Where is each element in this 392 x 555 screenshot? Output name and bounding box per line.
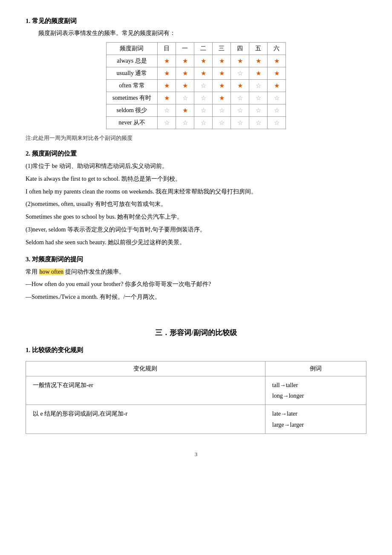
star-cell-1-2: ★ bbox=[194, 67, 213, 80]
s2-p3: I often help my parents clean the rooms … bbox=[26, 187, 366, 197]
star-cell-3-5: ☆ bbox=[249, 92, 268, 104]
star-cell-5-6: ☆ bbox=[268, 117, 286, 129]
section-1-title: 1. 常见的频度副词 bbox=[26, 17, 366, 25]
s2-p7: Seldom had she seen such beauty. 她以前很少见过… bbox=[26, 237, 366, 248]
section-4: 1. 比较级的变化规则 变化规则 例词 一般情况下在词尾加-ertall→tal… bbox=[26, 346, 366, 434]
star-cell-1-4: ☆ bbox=[231, 67, 249, 80]
star-cell-4-3: ☆ bbox=[213, 104, 231, 117]
star-cell-1-6: ★ bbox=[268, 67, 286, 80]
freq-table-row: always 总是★★★★★★★ bbox=[106, 55, 285, 67]
star-cell-5-1: ☆ bbox=[176, 117, 194, 129]
s2-p1: (1)常位于 be 动词、助动词和情态动词后,实义动词前。 bbox=[26, 161, 366, 171]
star-cell-3-4: ☆ bbox=[231, 92, 249, 104]
star-cell-4-5: ☆ bbox=[249, 104, 268, 117]
s2-p6: (3)never, seldom 等表示否定意义的词位于句首时,句子要用倒装语序… bbox=[26, 225, 366, 235]
divider-title: 三．形容词/副词的比较级 bbox=[26, 328, 366, 338]
star-cell-0-2: ★ bbox=[194, 55, 213, 67]
note-text: 注:此处用一周为周期来对比各个副词的频度 bbox=[26, 134, 366, 142]
star-cell-2-1: ★ bbox=[176, 80, 194, 92]
frequency-table: 频度副词 日 一 二 三 四 五 六 always 总是★★★★★★★usual… bbox=[106, 42, 286, 129]
page-number: 3 bbox=[26, 451, 366, 458]
comp-col-example: 例词 bbox=[265, 361, 366, 376]
comp-example-cell-1: late→laterlarge→larger bbox=[265, 405, 366, 434]
star-cell-4-0: ☆ bbox=[158, 104, 176, 117]
col-header-fri: 五 bbox=[249, 43, 268, 55]
star-cell-5-2: ☆ bbox=[194, 117, 213, 129]
adv-cell-4: seldom 很少 bbox=[106, 104, 157, 117]
adv-cell-5: never 从不 bbox=[106, 117, 157, 129]
comparison-table: 变化规则 例词 一般情况下在词尾加-ertall→tallerlong→long… bbox=[26, 361, 366, 434]
col-header-sat: 六 bbox=[268, 43, 286, 55]
adv-cell-0: always 总是 bbox=[106, 55, 157, 67]
star-cell-5-4: ☆ bbox=[231, 117, 249, 129]
star-cell-2-2: ☆ bbox=[194, 80, 213, 92]
star-cell-3-3: ★ bbox=[213, 92, 231, 104]
col-header-tue: 二 bbox=[194, 43, 213, 55]
star-cell-5-0: ☆ bbox=[158, 117, 176, 129]
star-cell-0-4: ★ bbox=[231, 55, 249, 67]
section-2: 2. 频度副词的位置 (1)常位于 be 动词、助动词和情态动词后,实义动词前。… bbox=[26, 150, 366, 248]
comp-table-row: 以 e 结尾的形容词或副词,在词尾加-rlate→laterlarge→larg… bbox=[26, 405, 366, 434]
star-cell-4-1: ★ bbox=[176, 104, 194, 117]
s3-p2: —How often do you email your brother? 你多… bbox=[26, 279, 366, 289]
star-cell-2-0: ★ bbox=[158, 80, 176, 92]
star-cell-4-6: ☆ bbox=[268, 104, 286, 117]
star-cell-3-2: ☆ bbox=[194, 92, 213, 104]
star-cell-0-3: ★ bbox=[213, 55, 231, 67]
s3-p3: —Sometimes./Twice a month. 有时候。/一个月两次。 bbox=[26, 292, 366, 302]
comp-rule-cell-0: 一般情况下在词尾加-er bbox=[26, 376, 265, 405]
col-header-thu: 四 bbox=[231, 43, 249, 55]
star-cell-2-6: ★ bbox=[268, 80, 286, 92]
star-cell-5-5: ☆ bbox=[249, 117, 268, 129]
s3-p1-pre: 常用 bbox=[26, 269, 39, 275]
col-header-sun: 日 bbox=[158, 43, 176, 55]
star-cell-3-0: ★ bbox=[158, 92, 176, 104]
star-cell-0-6: ★ bbox=[268, 55, 286, 67]
star-cell-2-5: ☆ bbox=[249, 80, 268, 92]
s2-p4: (2)sometimes, often, usually 有时也可放在句首或句末… bbox=[26, 199, 366, 209]
divider-section: 三．形容词/副词的比较级 bbox=[26, 328, 366, 338]
comp-table-row: 一般情况下在词尾加-ertall→tallerlong→longer bbox=[26, 376, 366, 405]
section-1-subtitle: 频度副词表示事情发生的频率。常见的频度副词有： bbox=[38, 29, 366, 37]
section-2-title: 2. 频度副词的位置 bbox=[26, 150, 366, 158]
section-3: 3. 对频度副词的提问 常用 how often 提问动作发生的频率。 —How… bbox=[26, 255, 366, 302]
comparison-table-wrap: 变化规则 例词 一般情况下在词尾加-ertall→tallerlong→long… bbox=[26, 361, 366, 434]
star-cell-2-3: ★ bbox=[213, 80, 231, 92]
freq-table-row: seldom 很少☆★☆☆☆☆☆ bbox=[106, 104, 285, 117]
star-cell-1-1: ★ bbox=[176, 67, 194, 80]
comp-col-rule: 变化规则 bbox=[26, 361, 265, 376]
section-4-title: 1. 比较级的变化规则 bbox=[26, 346, 366, 354]
freq-table-row: usually 通常★★★★☆★★ bbox=[106, 67, 285, 80]
s3-p1-post: 提问动作发生的频率。 bbox=[64, 269, 125, 275]
star-cell-4-4: ☆ bbox=[231, 104, 249, 117]
adv-cell-1: usually 通常 bbox=[106, 67, 157, 80]
star-cell-5-3: ☆ bbox=[213, 117, 231, 129]
star-cell-1-3: ★ bbox=[213, 67, 231, 80]
star-cell-4-2: ☆ bbox=[194, 104, 213, 117]
adv-cell-2: often 常常 bbox=[106, 80, 157, 92]
adv-cell-3: sometimes 有时 bbox=[106, 92, 157, 104]
s2-p5: Sometimes she goes to school by bus. 她有时… bbox=[26, 212, 366, 222]
col-header-adv: 频度副词 bbox=[106, 43, 157, 55]
freq-table-row: often 常常★★☆★★☆★ bbox=[106, 80, 285, 92]
star-cell-3-1: ☆ bbox=[176, 92, 194, 104]
star-cell-1-5: ★ bbox=[249, 67, 268, 80]
frequency-table-wrap: 频度副词 日 一 二 三 四 五 六 always 总是★★★★★★★usual… bbox=[26, 42, 366, 129]
star-cell-0-5: ★ bbox=[249, 55, 268, 67]
col-header-wed: 三 bbox=[213, 43, 231, 55]
freq-table-row: never 从不☆☆☆☆☆☆☆ bbox=[106, 117, 285, 129]
freq-table-row: sometimes 有时★☆☆★☆☆☆ bbox=[106, 92, 285, 104]
comp-example-cell-0: tall→tallerlong→longer bbox=[265, 376, 366, 405]
star-cell-2-4: ★ bbox=[231, 80, 249, 92]
comp-rule-cell-1: 以 e 结尾的形容词或副词,在词尾加-r bbox=[26, 405, 265, 434]
star-cell-0-1: ★ bbox=[176, 55, 194, 67]
how-often-highlight: how often bbox=[39, 269, 64, 275]
s2-p2: Kate is always the first to get to schoo… bbox=[26, 174, 366, 184]
col-header-mon: 一 bbox=[176, 43, 194, 55]
section-1: 1. 常见的频度副词 频度副词表示事情发生的频率。常见的频度副词有： 频度副词 … bbox=[26, 17, 366, 142]
star-cell-1-0: ★ bbox=[158, 67, 176, 80]
star-cell-3-6: ☆ bbox=[268, 92, 286, 104]
s3-p1: 常用 how often 提问动作发生的频率。 bbox=[26, 267, 366, 277]
star-cell-0-0: ★ bbox=[158, 55, 176, 67]
section-3-title: 3. 对频度副词的提问 bbox=[26, 255, 366, 263]
